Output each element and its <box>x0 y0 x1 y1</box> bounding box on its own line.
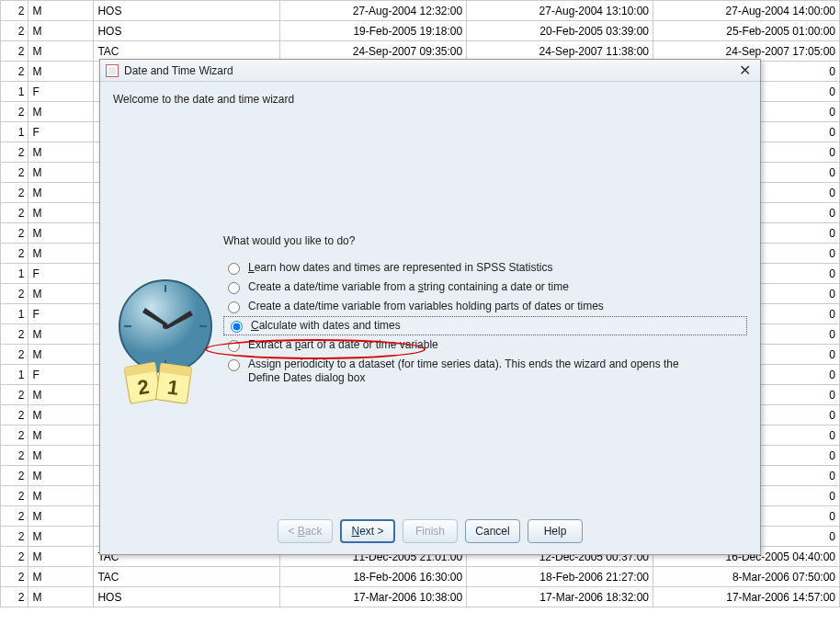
cell[interactable]: M <box>28 223 94 244</box>
next-button[interactable]: Next > <box>340 519 395 543</box>
cell[interactable]: 2 <box>1 102 28 122</box>
cell[interactable]: 2 <box>1 163 28 183</box>
cell[interactable]: 2 <box>1 527 28 547</box>
cancel-button[interactable]: Cancel <box>465 519 520 543</box>
cell[interactable]: M <box>28 547 94 567</box>
dialog-titlebar[interactable]: Date and Time Wizard ✕ <box>100 60 760 82</box>
cell[interactable]: 2 <box>1 446 28 466</box>
cell[interactable]: M <box>28 506 94 527</box>
option-create-from-parts[interactable]: Create a date/time variable from variabl… <box>223 297 747 316</box>
cell[interactable]: 1 <box>1 365 28 385</box>
radio-create-parts[interactable] <box>228 301 240 313</box>
cell[interactable]: 27-Aug-2004 14:00:00 <box>653 1 840 21</box>
table-row[interactable]: 2MTAC18-Feb-2006 16:30:0018-Feb-2006 21:… <box>1 567 840 587</box>
cell[interactable]: 2 <box>1 345 28 365</box>
cell[interactable]: 2 <box>1 567 28 587</box>
cell[interactable]: 27-Aug-2004 12:32:00 <box>280 1 467 21</box>
cell[interactable]: 2 <box>1 506 28 527</box>
cell[interactable]: 2 <box>1 244 28 264</box>
cell[interactable]: F <box>28 365 94 385</box>
wizard-question: What would you like to do? <box>223 234 747 247</box>
cell[interactable]: M <box>28 203 94 223</box>
cell[interactable]: M <box>28 1 94 21</box>
cell[interactable]: M <box>28 567 94 587</box>
cell[interactable]: 2 <box>1 466 28 486</box>
cell[interactable]: F <box>28 264 94 284</box>
radio-learn[interactable] <box>228 263 240 275</box>
table-row[interactable]: 2MHOS17-Mar-2006 10:38:0017-Mar-2006 18:… <box>1 587 840 607</box>
cell[interactable]: M <box>28 244 94 264</box>
cell[interactable]: M <box>28 142 94 163</box>
cell[interactable]: 2 <box>1 486 28 506</box>
cell[interactable]: M <box>28 466 94 486</box>
cell[interactable]: M <box>28 324 94 345</box>
cell[interactable]: 1 <box>1 264 28 284</box>
cell[interactable]: F <box>28 304 94 324</box>
cell[interactable]: 2 <box>1 41 28 62</box>
cell[interactable]: 2 <box>1 21 28 41</box>
cell[interactable]: M <box>28 102 94 122</box>
cell[interactable]: 2 <box>1 547 28 567</box>
cell[interactable]: 2 <box>1 142 28 163</box>
cell[interactable]: 2 <box>1 62 28 82</box>
cell[interactable]: 18-Feb-2006 16:30:00 <box>280 567 467 587</box>
cell[interactable]: F <box>28 122 94 142</box>
cell[interactable]: M <box>28 587 94 607</box>
cell[interactable]: M <box>28 385 94 405</box>
cell[interactable]: 2 <box>1 203 28 223</box>
cell[interactable]: 19-Feb-2005 19:18:00 <box>280 21 467 41</box>
cell[interactable]: M <box>28 405 94 425</box>
cell[interactable]: M <box>28 284 94 304</box>
cell[interactable]: 17-Mar-2006 18:32:00 <box>467 587 653 607</box>
cell[interactable]: M <box>28 183 94 203</box>
cell[interactable]: M <box>28 163 94 183</box>
cell[interactable]: 2 <box>1 587 28 607</box>
cell[interactable]: 2 <box>1 385 28 405</box>
cell[interactable]: 17-Mar-2006 10:38:00 <box>280 587 467 607</box>
radio-extract[interactable] <box>228 340 240 352</box>
radio-periodicity[interactable] <box>228 359 240 371</box>
cell[interactable]: M <box>28 446 94 466</box>
cell[interactable]: M <box>28 425 94 446</box>
cell[interactable]: M <box>28 345 94 365</box>
cell[interactable]: M <box>28 62 94 82</box>
cell[interactable]: 20-Feb-2005 03:39:00 <box>467 21 653 41</box>
cell[interactable]: M <box>28 41 94 62</box>
cell[interactable]: HOS <box>94 587 280 607</box>
cell[interactable]: M <box>28 21 94 41</box>
cell[interactable]: HOS <box>94 1 280 21</box>
cell[interactable]: 2 <box>1 324 28 345</box>
cell[interactable]: 2 <box>1 1 28 21</box>
cell[interactable]: 17-Mar-2006 14:57:00 <box>653 587 840 607</box>
table-row[interactable]: 2MHOS27-Aug-2004 12:32:0027-Aug-2004 13:… <box>1 1 840 21</box>
cell[interactable]: 2 <box>1 425 28 446</box>
cell[interactable]: F <box>28 82 94 102</box>
app-icon <box>106 64 119 77</box>
option-extract[interactable]: Extract a part of a date or time variabl… <box>223 335 747 355</box>
radio-create-string[interactable] <box>228 282 240 294</box>
cell[interactable]: 25-Feb-2005 01:00:00 <box>653 21 840 41</box>
help-button[interactable]: Help <box>528 519 583 543</box>
option-calculate[interactable]: Calculate with dates and times <box>223 316 747 335</box>
cell[interactable]: TAC <box>94 567 280 587</box>
cell[interactable]: 2 <box>1 284 28 304</box>
option-learn[interactable]: Learn how dates and times are represente… <box>223 258 747 278</box>
cell[interactable]: 27-Aug-2004 13:10:00 <box>467 1 653 21</box>
option-periodicity[interactable]: Assign periodicity to a dataset (for tim… <box>223 355 747 388</box>
cell[interactable]: 2 <box>1 405 28 425</box>
cell[interactable]: 1 <box>1 122 28 142</box>
option-create-from-string[interactable]: Create a date/time variable from a strin… <box>223 278 747 297</box>
radio-calculate[interactable] <box>231 321 243 333</box>
cell[interactable]: 1 <box>1 82 28 102</box>
cell[interactable]: 2 <box>1 223 28 244</box>
cell[interactable]: M <box>28 486 94 506</box>
cell[interactable]: 1 <box>1 304 28 324</box>
date-time-wizard-dialog: Date and Time Wizard ✕ Welcome to the da… <box>99 59 761 555</box>
cell[interactable]: 8-Mar-2006 07:50:00 <box>653 567 840 587</box>
cell[interactable]: HOS <box>94 21 280 41</box>
cell[interactable]: M <box>28 527 94 547</box>
cell[interactable]: 18-Feb-2006 21:27:00 <box>467 567 653 587</box>
cell[interactable]: 2 <box>1 183 28 203</box>
table-row[interactable]: 2MHOS19-Feb-2005 19:18:0020-Feb-2005 03:… <box>1 21 840 41</box>
close-icon[interactable]: ✕ <box>735 62 755 79</box>
